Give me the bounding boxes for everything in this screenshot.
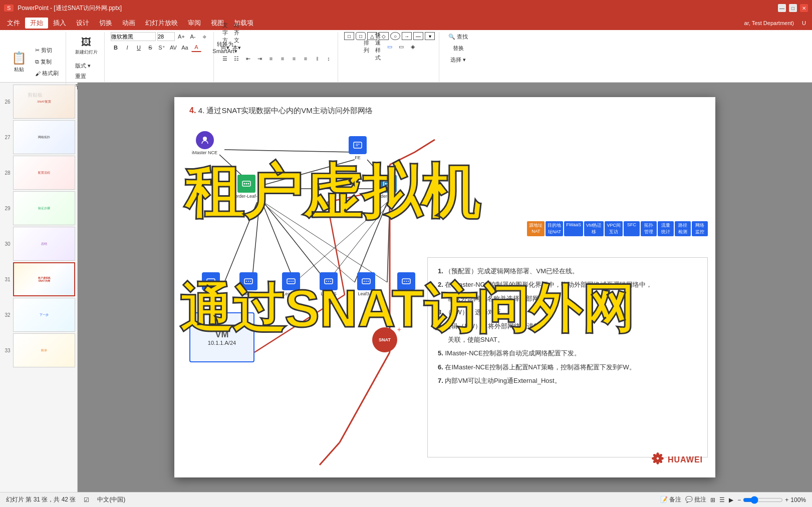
change-case-button[interactable]: Aa bbox=[180, 43, 190, 52]
select-button[interactable]: 选择 ▾ bbox=[447, 55, 469, 65]
underline-button[interactable]: U bbox=[134, 43, 144, 52]
fe-node: FE bbox=[349, 136, 367, 160]
find-button[interactable]: 🔍 查找 bbox=[445, 32, 471, 42]
font-color-button[interactable]: A bbox=[191, 43, 201, 52]
view-slide-show-icon[interactable]: ▶ bbox=[729, 496, 733, 503]
menu-review[interactable]: 审阅 bbox=[183, 18, 206, 29]
slide-thumb-29[interactable]: 29 验证步骤 bbox=[2, 191, 75, 225]
zoom-range-input[interactable] bbox=[743, 496, 783, 504]
align-right-button[interactable]: ≡ bbox=[289, 54, 299, 63]
replace-button[interactable]: 替换 bbox=[450, 44, 467, 53]
text-shadow-button[interactable]: S⁺ bbox=[157, 43, 167, 52]
clear-format-button[interactable]: ⎆ bbox=[199, 32, 209, 41]
layout-button[interactable]: 版式 ▾ bbox=[72, 61, 100, 71]
watermark-text-2: 通过SNAT访问外网 bbox=[179, 282, 634, 335]
align-center-button[interactable]: ≡ bbox=[278, 54, 288, 63]
new-slide-button[interactable]: 🖼 新建幻灯片 bbox=[72, 32, 100, 60]
cut-button[interactable]: ✂ 剪切 bbox=[32, 46, 62, 55]
char-spacing-button[interactable]: AV bbox=[168, 43, 178, 52]
minimize-button[interactable]: — bbox=[778, 4, 786, 12]
slide-thumb-32[interactable]: 32 下一步 bbox=[2, 298, 75, 332]
reset-button[interactable]: 重置 bbox=[72, 72, 100, 81]
tab-sfc[interactable]: SFC bbox=[624, 221, 640, 236]
convert-smartart-button[interactable]: 转换为SmartArt▾ bbox=[220, 43, 230, 52]
slide-thumb-30[interactable]: 30 总结 bbox=[2, 227, 75, 261]
tab-network[interactable]: 网络监控 bbox=[692, 221, 708, 236]
zoom-slider[interactable]: − + 100% bbox=[737, 496, 806, 504]
slide-thumb-27[interactable]: 27 网络拓扑 bbox=[2, 120, 75, 154]
replace-label: 替换 bbox=[453, 45, 464, 52]
column-button[interactable]: ⫴ bbox=[312, 54, 322, 63]
quick-style-button[interactable]: 快速样式 bbox=[373, 42, 383, 51]
slide-thumb-28[interactable]: 28 配置流程 bbox=[2, 156, 75, 190]
view-normal-icon[interactable]: ⊞ bbox=[710, 496, 715, 503]
paste-button[interactable]: 📋 粘贴 bbox=[8, 48, 30, 76]
view-outline-icon[interactable]: ☰ bbox=[719, 496, 725, 503]
shape-circle[interactable]: ○ bbox=[390, 32, 400, 40]
font-size-increase-button[interactable]: A+ bbox=[176, 32, 186, 41]
slide-thumb-33[interactable]: 33 附录 bbox=[2, 333, 75, 367]
shape-effect-button[interactable]: ◈ bbox=[408, 42, 418, 51]
slide-thumb-31[interactable]: 31 租户虚拟机SNAT外网 bbox=[2, 262, 75, 296]
comments-icon[interactable]: 💬 批注 bbox=[685, 495, 706, 504]
imaster-label: iMaster NCE bbox=[192, 150, 217, 155]
new-slide-label: 新建幻灯片 bbox=[75, 49, 98, 56]
font-family-input[interactable] bbox=[111, 32, 156, 41]
zoom-plus-icon[interactable]: + bbox=[785, 496, 788, 503]
menu-transitions[interactable]: 切换 bbox=[94, 18, 117, 29]
slide-img-31: 租户虚拟机SNAT外网 bbox=[13, 262, 75, 296]
tab-topology[interactable]: 拓扑管理 bbox=[641, 221, 657, 236]
italic-button[interactable]: I bbox=[122, 43, 132, 52]
shape-rect[interactable]: □ bbox=[344, 32, 354, 40]
menu-animations[interactable]: 动画 bbox=[117, 18, 140, 29]
close-button[interactable]: ✕ bbox=[800, 4, 808, 12]
cut-label: 剪切 bbox=[41, 47, 52, 54]
canvas-area: 4. 4. 通过SNAT实现数据中心内的VM主动访问外部网络 源地址NAT 目的… bbox=[78, 83, 812, 492]
menu-file[interactable]: 文件 bbox=[2, 18, 25, 29]
zoom-minus-icon[interactable]: − bbox=[737, 496, 741, 503]
menu-start[interactable]: 开始 bbox=[25, 18, 48, 29]
slide-number-31: 31 bbox=[2, 262, 13, 296]
shape-more[interactable]: ▾ bbox=[425, 32, 435, 40]
align-left-button[interactable]: ≡ bbox=[266, 54, 276, 63]
line-spacing-button[interactable]: ↕ bbox=[324, 54, 334, 63]
shape-fill-button[interactable]: ▭ bbox=[385, 42, 395, 51]
notes-icon[interactable]: 📝 备注 bbox=[660, 495, 681, 504]
increase-indent-button[interactable]: ⇥ bbox=[254, 54, 264, 63]
format-painter-button[interactable]: 🖌 格式刷 bbox=[32, 69, 62, 78]
tab-vpc[interactable]: VPC间互访 bbox=[605, 221, 623, 236]
titlebar-controls[interactable]: — □ ✕ bbox=[778, 4, 808, 12]
statusbar-right: 📝 备注 💬 批注 ⊞ ☰ ▶ − + 100% bbox=[660, 495, 806, 504]
text-direction-button[interactable]: 文字方向▾ bbox=[220, 32, 230, 41]
tab-dest-nat[interactable]: 目的地址NAT bbox=[546, 221, 563, 236]
tab-vm-migrate[interactable]: VM热迁移 bbox=[584, 221, 604, 236]
slide-canvas[interactable]: 4. 4. 通过SNAT实现数据中心内的VM主动访问外部网络 源地址NAT 目的… bbox=[174, 97, 715, 477]
bold-button[interactable]: B bbox=[111, 43, 121, 52]
decrease-indent-button[interactable]: ⇤ bbox=[243, 54, 253, 63]
maximize-button[interactable]: □ bbox=[789, 4, 797, 12]
font-size-decrease-button[interactable]: A- bbox=[188, 32, 198, 41]
shape-line[interactable]: — bbox=[413, 32, 423, 40]
account-info: ar, Test Department) bbox=[744, 20, 794, 26]
tab-source-nat[interactable]: 源地址NAT bbox=[527, 221, 545, 236]
menu-design[interactable]: 设计 bbox=[71, 18, 94, 29]
copy-button[interactable]: ⧉ 复制 bbox=[32, 57, 62, 67]
strikethrough-button[interactable]: S bbox=[145, 43, 155, 52]
align-text-button[interactable]: 对齐文本▾ bbox=[231, 32, 241, 41]
number-list-button[interactable]: ☷ bbox=[231, 54, 241, 63]
tab-fwaas[interactable]: FWaaS bbox=[564, 221, 583, 236]
arrange-button[interactable]: 排列 bbox=[362, 42, 372, 51]
menu-insert[interactable]: 插入 bbox=[48, 18, 71, 29]
shape-outline-button[interactable]: ▭ bbox=[396, 42, 406, 51]
tab-traffic[interactable]: 流量统计 bbox=[658, 221, 674, 236]
user-avatar[interactable]: U bbox=[798, 17, 810, 29]
slide-thumb-26[interactable]: 26 SNAT配置 bbox=[2, 85, 75, 119]
menu-slideshow[interactable]: 幻灯片放映 bbox=[140, 18, 183, 29]
justify-button[interactable]: ≡ bbox=[301, 54, 311, 63]
font-size-input[interactable] bbox=[157, 32, 175, 41]
tab-route[interactable]: 路径检测 bbox=[675, 221, 691, 236]
slide-img-26: SNAT配置 bbox=[13, 85, 75, 119]
bullet-list-button[interactable]: ☰ bbox=[220, 54, 230, 63]
shape-arrow[interactable]: → bbox=[402, 32, 412, 40]
arrange-row: 排列 快速样式 ▭ ▭ ◈ bbox=[362, 42, 418, 51]
